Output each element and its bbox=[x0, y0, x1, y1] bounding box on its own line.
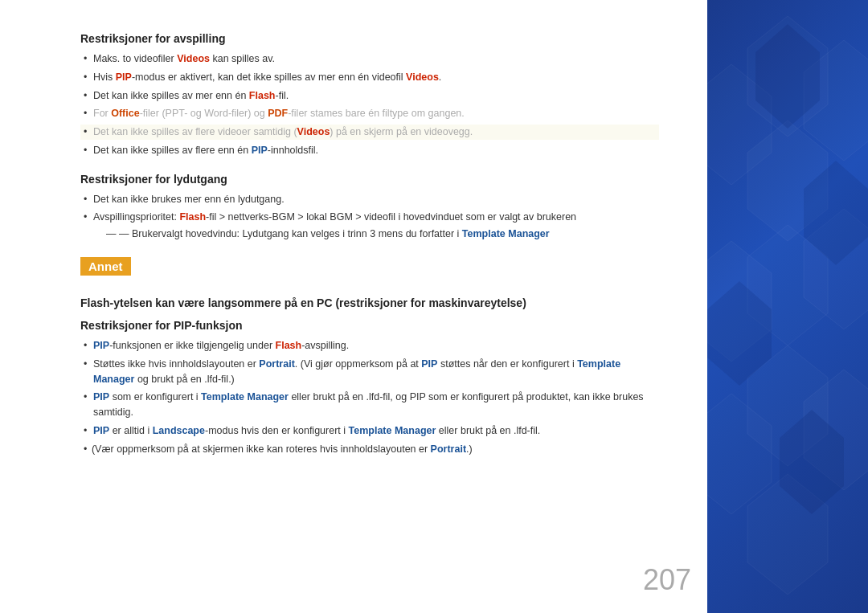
content-area: Restriksjoner for avspilling Maks. to vi… bbox=[0, 0, 707, 613]
highlight: Flash bbox=[276, 340, 302, 351]
highlight: PDF bbox=[268, 108, 288, 119]
main-heading: Flash-ytelsen kan være langsommere på en… bbox=[80, 296, 659, 309]
sub-indent-lydutgang: — Brukervalgt hovedvindu: Lydutgang kan … bbox=[80, 228, 659, 239]
list-item: Det kan ikke brukes mer enn én lydutgang… bbox=[80, 192, 659, 207]
highlight: Portrait bbox=[259, 358, 294, 370]
template-manager-link: Template Manager bbox=[462, 228, 550, 239]
section-lydutgang: Restriksjoner for lydutgang Det kan ikke… bbox=[80, 173, 659, 240]
highlight: Videos bbox=[406, 72, 439, 83]
highlight: Portrait bbox=[431, 443, 466, 455]
list-item: PIP-funksjonen er ikke tilgjengelig unde… bbox=[80, 338, 659, 353]
list-item: Støttes ikke hvis innholdslayouten er Po… bbox=[80, 357, 659, 387]
highlight: Videos bbox=[177, 53, 210, 64]
decorative-blue-panel bbox=[707, 0, 868, 613]
highlight: Template Manager bbox=[349, 425, 436, 436]
highlight: PIP bbox=[93, 425, 109, 436]
page-number: 207 bbox=[643, 563, 691, 597]
list-item: Det kan ikke spilles av flere videoer sa… bbox=[80, 125, 659, 140]
highlight: Template Manager bbox=[93, 358, 620, 385]
list-item: Maks. to videofiler Videos kan spilles a… bbox=[80, 51, 659, 67]
list-item: PIP som er konfigurert i Template Manage… bbox=[80, 390, 659, 420]
pip-title: Restriksjoner for PIP-funksjon bbox=[80, 319, 659, 332]
list-item: Det kan ikke spilles av mer enn én Flash… bbox=[80, 88, 659, 104]
highlight: Template Manager bbox=[201, 391, 289, 403]
section-pip: Restriksjoner for PIP-funksjon PIP-funks… bbox=[80, 319, 659, 456]
highlight: PIP bbox=[252, 145, 268, 156]
list-item: Avspillingsprioritet: Flash-fil > nettve… bbox=[80, 210, 659, 225]
annet-section: Annet bbox=[80, 254, 659, 287]
highlight: Office bbox=[111, 108, 139, 119]
highlight: Flash bbox=[179, 211, 206, 223]
highlight: PIP bbox=[421, 358, 437, 370]
highlight: PIP bbox=[116, 72, 132, 83]
lydutgang-title: Restriksjoner for lydutgang bbox=[80, 173, 659, 186]
highlight: Flash bbox=[249, 90, 276, 101]
avspilling-title: Restriksjoner for avspilling bbox=[80, 32, 659, 45]
list-item: Det kan ikke spilles av flere enn én PIP… bbox=[80, 143, 659, 158]
annet-badge: Annet bbox=[80, 257, 131, 276]
section-avspilling: Restriksjoner for avspilling Maks. to vi… bbox=[80, 32, 659, 158]
highlight: PIP bbox=[93, 391, 109, 403]
lydutgang-list: Det kan ikke brukes mer enn én lydutgang… bbox=[80, 192, 659, 226]
avspilling-list: Maks. to videofiler Videos kan spilles a… bbox=[80, 51, 659, 158]
highlight: Videos bbox=[297, 126, 330, 137]
pip-list: PIP-funksjonen er ikke tilgjengelig unde… bbox=[80, 338, 659, 456]
list-item: PIP er alltid i Landscape-modus hvis den… bbox=[80, 423, 659, 439]
highlight: PIP bbox=[93, 340, 109, 351]
list-item: (Vær oppmerksom på at skjermen ikke kan … bbox=[80, 442, 659, 457]
highlight: Landscape bbox=[153, 425, 205, 436]
list-item: For Office-filer (PPT- og Word-filer) og… bbox=[80, 106, 659, 121]
list-item: Hvis PIP-modus er aktivert, kan det ikke… bbox=[80, 70, 659, 85]
